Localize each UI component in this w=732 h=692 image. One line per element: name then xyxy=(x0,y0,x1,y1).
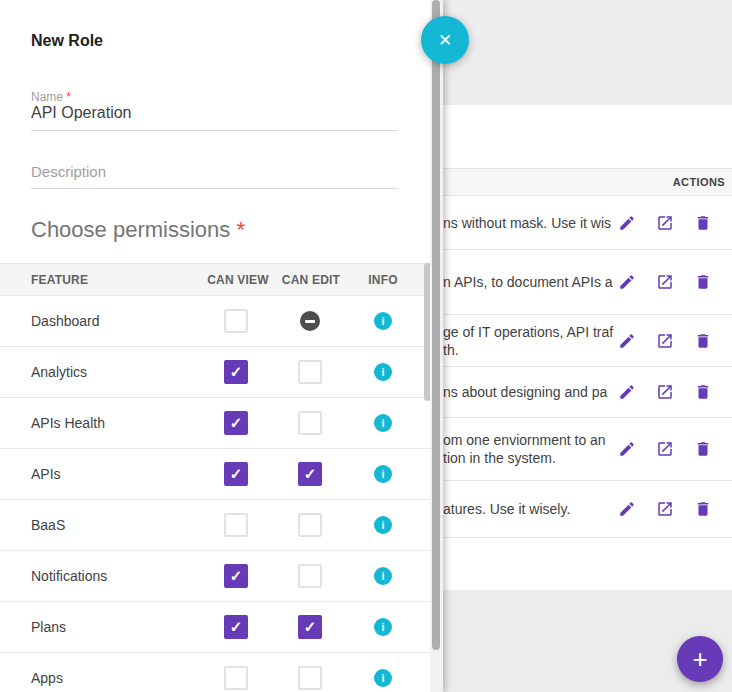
can-view-checkbox[interactable] xyxy=(224,666,248,690)
permission-row-apis: APIs i xyxy=(0,449,430,500)
row-description: ns about designing and pa xyxy=(443,383,607,401)
row-text-line: ns without mask. Use it wis xyxy=(443,214,611,232)
info-icon[interactable]: i xyxy=(374,465,392,483)
delete-icon[interactable] xyxy=(694,332,712,350)
row-text-line: atures. Use it wisely. xyxy=(443,500,570,518)
info-icon[interactable]: i xyxy=(374,567,392,585)
edit-icon[interactable] xyxy=(618,332,636,350)
row-text-line: tion in the system. xyxy=(443,449,606,467)
permission-row-analytics: Analytics i xyxy=(0,347,430,398)
feature-label: BaaS xyxy=(31,517,65,533)
delete-icon[interactable] xyxy=(694,214,712,232)
new-role-panel: New Role Name * Choose permissions * FEA… xyxy=(0,0,430,692)
background-toolbar xyxy=(443,0,732,105)
feature-label: Apps xyxy=(31,670,63,686)
permission-row-plans: Plans i xyxy=(0,602,430,653)
background-page: ACTIONS ns without mask. Use it wis n AP… xyxy=(443,0,732,692)
row-text-line: ns about designing and pa xyxy=(443,383,607,401)
info-icon[interactable]: i xyxy=(374,669,392,687)
open-in-new-icon[interactable] xyxy=(656,273,674,291)
edit-icon[interactable] xyxy=(618,214,636,232)
plus-icon: + xyxy=(692,644,707,675)
edit-icon[interactable] xyxy=(618,440,636,458)
can-view-checkbox[interactable] xyxy=(224,309,248,333)
permissions-table-header: FEATURE CAN VIEW CAN EDIT INFO xyxy=(0,263,430,296)
drawer-scrollbar-track[interactable] xyxy=(430,0,443,692)
edit-icon[interactable] xyxy=(618,500,636,518)
open-in-new-icon[interactable] xyxy=(656,500,674,518)
info-icon[interactable]: i xyxy=(374,363,392,381)
can-edit-checkbox[interactable] xyxy=(298,666,322,690)
column-header-can-edit: CAN EDIT xyxy=(282,273,340,287)
table-row: ns without mask. Use it wis xyxy=(443,196,732,250)
open-in-new-icon[interactable] xyxy=(656,440,674,458)
can-view-checkbox[interactable] xyxy=(224,411,248,435)
can-edit-checkbox[interactable] xyxy=(298,564,322,588)
description-input[interactable] xyxy=(31,163,398,189)
can-view-checkbox[interactable] xyxy=(224,513,248,537)
info-icon[interactable]: i xyxy=(374,516,392,534)
row-description: ns without mask. Use it wis xyxy=(443,214,611,232)
drawer-scrollbar-thumb[interactable] xyxy=(432,0,440,650)
edit-icon[interactable] xyxy=(618,383,636,401)
can-edit-checkbox[interactable] xyxy=(298,513,322,537)
open-in-new-icon[interactable] xyxy=(656,214,674,232)
screen: ACTIONS ns without mask. Use it wis n AP… xyxy=(0,0,732,692)
can-edit-checkbox[interactable] xyxy=(298,411,322,435)
delete-icon[interactable] xyxy=(694,500,712,518)
info-icon[interactable]: i xyxy=(374,414,392,432)
delete-icon[interactable] xyxy=(694,383,712,401)
permission-row-apps: Apps i xyxy=(0,653,430,692)
open-in-new-icon[interactable] xyxy=(656,332,674,350)
name-field-label: Name * xyxy=(31,90,71,104)
add-role-fab[interactable]: + xyxy=(677,636,723,682)
row-text-line: ge of IT operations, API traf xyxy=(443,323,613,341)
table-row: atures. Use it wisely. xyxy=(443,481,732,538)
delete-icon[interactable] xyxy=(694,440,712,458)
row-actions xyxy=(618,332,712,350)
column-header-can-view: CAN VIEW xyxy=(207,273,269,287)
delete-icon[interactable] xyxy=(694,273,712,291)
row-actions xyxy=(618,214,712,232)
table-row: ge of IT operations, API traf th. xyxy=(443,315,732,367)
permissions-rows: Dashboard i Analytics i APIs Health i xyxy=(0,296,430,692)
can-view-checkbox[interactable] xyxy=(224,360,248,384)
row-description: ge of IT operations, API traf th. xyxy=(443,323,613,359)
info-icon[interactable]: i xyxy=(374,618,392,636)
can-edit-checkbox[interactable] xyxy=(298,462,322,486)
permission-row-dashboard: Dashboard i xyxy=(0,296,430,347)
can-view-checkbox[interactable] xyxy=(224,564,248,588)
required-asterisk: * xyxy=(236,217,245,242)
can-edit-checkbox[interactable] xyxy=(298,615,322,639)
feature-label: APIs Health xyxy=(31,415,105,431)
can-view-checkbox[interactable] xyxy=(224,615,248,639)
row-text-line: th. xyxy=(443,341,613,359)
feature-label: Plans xyxy=(31,619,66,635)
feature-label: Notifications xyxy=(31,568,107,584)
edit-icon[interactable] xyxy=(618,273,636,291)
can-edit-blocked-icon xyxy=(298,309,322,333)
required-asterisk: * xyxy=(66,90,71,104)
row-actions xyxy=(618,383,712,401)
column-header-info: INFO xyxy=(368,273,397,287)
close-drawer-button[interactable]: ✕ xyxy=(421,16,469,64)
column-header-feature: FEATURE xyxy=(31,273,88,287)
can-edit-checkbox[interactable] xyxy=(298,360,322,384)
row-actions xyxy=(618,440,712,458)
new-role-drawer: New Role Name * Choose permissions * FEA… xyxy=(0,0,443,692)
info-icon[interactable]: i xyxy=(374,312,392,330)
permissions-heading: Choose permissions * xyxy=(31,217,245,243)
actions-column-header: ACTIONS xyxy=(443,168,732,196)
drawer-title: New Role xyxy=(31,32,103,50)
row-actions xyxy=(618,273,712,291)
row-text-line: om one enviornment to an xyxy=(443,431,606,449)
permission-row-baas: BaaS i xyxy=(0,500,430,551)
name-input[interactable] xyxy=(31,104,398,131)
can-view-checkbox[interactable] xyxy=(224,462,248,486)
permission-row-apis-health: APIs Health i xyxy=(0,398,430,449)
row-actions xyxy=(618,500,712,518)
open-in-new-icon[interactable] xyxy=(656,383,674,401)
permission-row-notifications: Notifications i xyxy=(0,551,430,602)
actions-header-label: ACTIONS xyxy=(673,176,725,188)
feature-label: Analytics xyxy=(31,364,87,380)
